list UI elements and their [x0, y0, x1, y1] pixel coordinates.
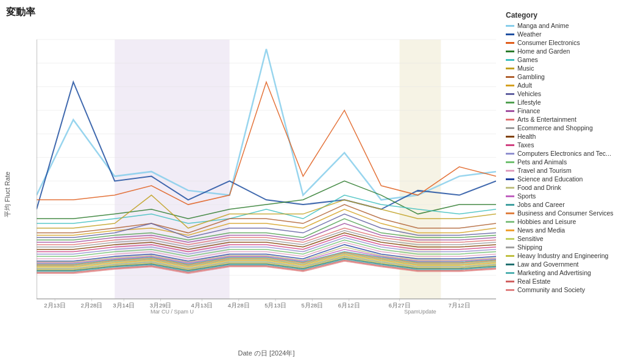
x-tick-label: 3月29日 [150, 302, 172, 309]
legend-item: Food and Drink [506, 184, 614, 191]
legend-color-swatch [506, 25, 514, 27]
chart-inner: 0500100015002000250030003500400045005000… [37, 33, 496, 317]
legend-color-swatch [506, 264, 514, 265]
legend-item: Heavy Industry and Engineering [506, 252, 614, 259]
legend-item: Taxes [506, 141, 614, 149]
legend-item-label: Marketing and Advertising [517, 269, 591, 276]
legend-color-swatch [506, 170, 514, 172]
legend-item-label: Hobbies and Leisure [517, 218, 576, 225]
legend-color-swatch [506, 229, 514, 231]
legend-item: Travel and Tourism [506, 167, 614, 174]
legend-item: Sensitive [506, 235, 614, 242]
legend-item-label: Sports [517, 192, 536, 200]
legend-color-swatch [506, 76, 514, 78]
legend-item-label: Home and Garden [517, 47, 570, 55]
legend-color-swatch [506, 289, 514, 291]
x-tick-label: 4月28日 [228, 302, 250, 309]
legend-color-swatch [506, 247, 514, 248]
x-tick-label: 3月14日 [113, 302, 135, 309]
legend-item-label: Sensitive [517, 235, 544, 242]
legend-item-label: Games [517, 56, 538, 63]
legend-item: Shipping [506, 243, 614, 251]
legend-item: Consumer Electronics [506, 39, 614, 46]
legend-color-swatch [506, 42, 514, 44]
x-tick-label: 5月13日 [264, 302, 286, 309]
legend-item: Hobbies and Leisure [506, 218, 614, 225]
legend-color-swatch [506, 161, 514, 163]
chart-title: 変動率 [6, 6, 502, 19]
legend-item-label: Consumer Electronics [517, 39, 580, 46]
x-tick-label: 5月28日 [301, 302, 323, 309]
legend-item-label: Finance [517, 107, 540, 114]
legend-item: Community and Society [506, 286, 614, 293]
legend-item: Arts & Entertainment [506, 116, 614, 123]
y-axis-label: 平均 Fluct Rate [3, 171, 12, 217]
legend-item: Sports [506, 192, 614, 200]
legend-color-swatch [506, 144, 514, 146]
legend-item-label: Vehicles [517, 90, 541, 97]
legend-color-swatch [506, 281, 514, 282]
legend-color-swatch [506, 33, 514, 35]
legend-item: Vehicles [506, 90, 614, 97]
legend-item: Real Estate [506, 278, 614, 285]
legend-color-swatch [506, 238, 514, 240]
x-tick-label: 7月12日 [448, 302, 470, 309]
legend-item-label: Business and Consumer Services [517, 209, 614, 217]
legend-color-swatch [506, 272, 514, 274]
legend-item: Lifestyle [506, 99, 614, 106]
legend-item-label: Heavy Industry and Engineering [517, 252, 608, 259]
legend-color-swatch [506, 68, 514, 69]
legend-item: Games [506, 56, 614, 63]
legend-item-label: Community and Society [517, 286, 585, 293]
legend-color-swatch [506, 85, 514, 86]
region-label: SpamUpdate [404, 309, 436, 315]
legend-color-swatch [506, 255, 514, 257]
legend-item: Pets and Animals [506, 158, 614, 166]
x-tick-label: 2月28日 [81, 302, 103, 309]
legend-item-label: Taxes [517, 141, 534, 149]
legend-item: Marketing and Advertising [506, 269, 614, 276]
legend-color-swatch [506, 195, 514, 197]
legend-item-label: Manga and Anime [517, 22, 569, 29]
legend-area: Category Manga and AnimeWeatherConsumer … [502, 6, 618, 358]
legend-item: Adult [506, 82, 614, 89]
legend-item: Science and Education [506, 175, 614, 183]
legend-item-label: Real Estate [517, 278, 550, 285]
legend-item: Gambling [506, 73, 614, 80]
x-tick-label: 6月27日 [389, 302, 411, 309]
legend-items: Manga and AnimeWeatherConsumer Electroni… [506, 22, 614, 293]
legend-item-label: Food and Drink [517, 184, 561, 191]
chart-svg: 0500100015002000250030003500400045005000… [37, 33, 496, 317]
x-axis-label: Date の日 [2024年] [37, 349, 496, 358]
legend-item: Computers Electronics and Tec... [506, 150, 614, 157]
legend-item-label: Travel and Tourism [517, 167, 572, 174]
x-tick-label: 6月12日 [338, 302, 360, 309]
legend-item-label: Pets and Animals [517, 158, 567, 166]
legend-item: Music [506, 65, 614, 72]
x-tick-label: 2月13日 [44, 302, 66, 309]
chart-area: 変動率 平均 Fluct Rate 0500100015002000250030… [6, 6, 502, 358]
legend-item-label: Computers Electronics and Tec... [517, 150, 611, 157]
legend-color-swatch [506, 204, 514, 206]
legend-item: Law and Government [506, 261, 614, 268]
x-tick-label: 4月13日 [191, 302, 213, 309]
legend-color-swatch [506, 136, 514, 138]
legend-item-label: Jobs and Career [517, 201, 565, 208]
legend-color-swatch [506, 93, 514, 95]
legend-color-swatch [506, 102, 514, 103]
legend-item-label: Health [517, 133, 536, 140]
legend-color-swatch [506, 212, 514, 214]
legend-item-label: Gambling [517, 73, 545, 80]
legend-item-label: Shipping [517, 243, 542, 251]
legend-item-label: Adult [517, 82, 532, 89]
legend-item: Home and Garden [506, 47, 614, 55]
chart-container: 変動率 平均 Fluct Rate 0500100015002000250030… [0, 0, 624, 364]
legend-item: Jobs and Career [506, 201, 614, 208]
legend-color-swatch [506, 119, 514, 121]
legend-item-label: Music [517, 65, 534, 72]
legend-color-swatch [506, 221, 514, 223]
legend-item-label: Weather [517, 30, 542, 38]
legend-item-label: Science and Education [517, 175, 583, 183]
legend-item-label: News and Media [517, 226, 565, 234]
legend-item: Finance [506, 107, 614, 114]
